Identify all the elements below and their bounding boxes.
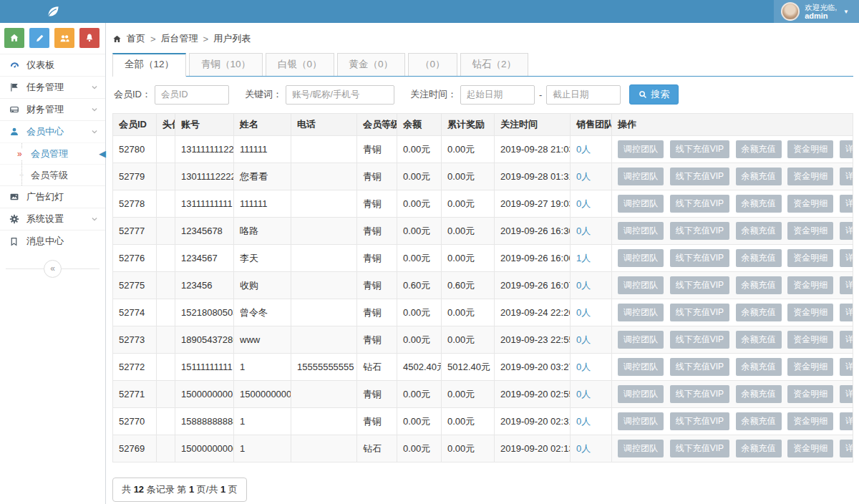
fund-details-button[interactable]: 资金明细 bbox=[787, 440, 833, 457]
fund-details-button[interactable]: 资金明细 bbox=[787, 358, 833, 376]
adjust-team-button[interactable]: 调控团队 bbox=[618, 358, 664, 376]
balance-recharge-button[interactable]: 余额充值 bbox=[736, 440, 782, 457]
quick-home-button[interactable] bbox=[4, 28, 24, 48]
adjust-team-button[interactable]: 调控团队 bbox=[618, 222, 664, 240]
sidebar-collapse-button[interactable]: « bbox=[44, 260, 62, 278]
sales-team-link[interactable]: 0人 bbox=[576, 144, 591, 155]
search-button[interactable]: 搜索 bbox=[629, 84, 679, 105]
sidebar-subitem-member-management[interactable]: » 会员管理 ◀ bbox=[0, 142, 105, 164]
tab-bronze[interactable]: 青铜（10） bbox=[189, 53, 263, 76]
adjust-team-button[interactable]: 调控团队 bbox=[618, 249, 664, 267]
offline-recharge-vip-button[interactable]: 线下充值VIP bbox=[670, 249, 729, 267]
balance-recharge-button[interactable]: 余额充值 bbox=[736, 222, 782, 240]
adjust-team-button[interactable]: 调控团队 bbox=[618, 276, 664, 294]
fund-details-button[interactable]: 资金明细 bbox=[787, 331, 833, 349]
balance-recharge-button[interactable]: 余额充值 bbox=[736, 140, 782, 158]
balance-recharge-button[interactable]: 余额充值 bbox=[736, 412, 782, 430]
fund-details-button[interactable]: 资金明细 bbox=[787, 385, 833, 403]
sales-team-link[interactable]: 1人 bbox=[576, 253, 591, 263]
member-id-input[interactable] bbox=[155, 85, 229, 105]
breadcrumb-backend[interactable]: 后台管理 bbox=[161, 32, 198, 45]
detail-info-button[interactable]: 详细信息 bbox=[840, 358, 853, 376]
tab-all[interactable]: 全部（12） bbox=[112, 53, 186, 77]
offline-recharge-vip-button[interactable]: 线下充值VIP bbox=[670, 195, 729, 213]
sidebar-item-dashboard[interactable]: 仪表板 bbox=[0, 54, 105, 76]
offline-recharge-vip-button[interactable]: 线下充值VIP bbox=[670, 140, 729, 158]
sales-team-link[interactable]: 0人 bbox=[576, 198, 591, 209]
offline-recharge-vip-button[interactable]: 线下充值VIP bbox=[670, 385, 729, 403]
adjust-team-button[interactable]: 调控团队 bbox=[618, 440, 664, 457]
sales-team-link[interactable]: 0人 bbox=[576, 171, 591, 182]
offline-recharge-vip-button[interactable]: 线下充值VIP bbox=[670, 358, 729, 376]
sidebar-item-ad-slides[interactable]: 广告幻灯 bbox=[0, 185, 105, 208]
detail-info-button[interactable]: 详细信息 bbox=[840, 276, 853, 294]
balance-recharge-button[interactable]: 余额充值 bbox=[736, 168, 782, 185]
adjust-team-button[interactable]: 调控团队 bbox=[618, 385, 664, 403]
fund-details-button[interactable]: 资金明细 bbox=[787, 412, 833, 430]
sales-team-link[interactable]: 0人 bbox=[576, 307, 591, 318]
adjust-team-button[interactable]: 调控团队 bbox=[618, 195, 664, 213]
sales-team-link[interactable]: 0人 bbox=[576, 226, 591, 236]
tab-unnamed[interactable]: （0） bbox=[408, 53, 457, 76]
sidebar-item-member-center[interactable]: 会员中心 bbox=[0, 120, 105, 142]
offline-recharge-vip-button[interactable]: 线下充值VIP bbox=[670, 412, 729, 430]
balance-recharge-button[interactable]: 余额充值 bbox=[736, 358, 782, 376]
sidebar-item-settings[interactable]: 系统设置 bbox=[0, 208, 105, 230]
detail-info-button[interactable]: 详细信息 bbox=[840, 440, 853, 457]
tab-silver[interactable]: 白银（0） bbox=[266, 53, 334, 76]
detail-info-button[interactable]: 详细信息 bbox=[840, 304, 853, 321]
balance-recharge-button[interactable]: 余额充值 bbox=[736, 195, 782, 213]
tab-gold[interactable]: 黄金（0） bbox=[337, 53, 406, 76]
offline-recharge-vip-button[interactable]: 线下充值VIP bbox=[670, 276, 729, 294]
sales-team-link[interactable]: 0人 bbox=[576, 280, 591, 291]
end-date-input[interactable] bbox=[546, 85, 621, 105]
tab-diamond[interactable]: 钻石（2） bbox=[460, 53, 529, 76]
offline-recharge-vip-button[interactable]: 线下充值VIP bbox=[670, 440, 729, 457]
balance-recharge-button[interactable]: 余额充值 bbox=[736, 385, 782, 403]
sales-team-link[interactable]: 0人 bbox=[576, 362, 591, 372]
fund-details-button[interactable]: 资金明细 bbox=[787, 249, 833, 267]
adjust-team-button[interactable]: 调控团队 bbox=[618, 168, 664, 185]
balance-recharge-button[interactable]: 余额充值 bbox=[736, 304, 782, 321]
sidebar-item-tasks[interactable]: 任务管理 bbox=[0, 76, 105, 98]
detail-info-button[interactable]: 详细信息 bbox=[840, 331, 853, 349]
app-logo[interactable] bbox=[0, 4, 106, 19]
quick-users-button[interactable] bbox=[54, 28, 74, 48]
fund-details-button[interactable]: 资金明细 bbox=[787, 195, 833, 213]
offline-recharge-vip-button[interactable]: 线下充值VIP bbox=[670, 222, 729, 240]
detail-info-button[interactable]: 详细信息 bbox=[840, 385, 853, 403]
user-menu[interactable]: 欢迎光临, admin ▼ bbox=[774, 0, 859, 23]
sales-team-link[interactable]: 0人 bbox=[576, 334, 591, 345]
quick-notifications-button[interactable] bbox=[79, 28, 100, 48]
fund-details-button[interactable]: 资金明细 bbox=[787, 304, 833, 321]
balance-recharge-button[interactable]: 余额充值 bbox=[736, 331, 782, 349]
breadcrumb-home[interactable]: 首页 bbox=[127, 32, 145, 45]
adjust-team-button[interactable]: 调控团队 bbox=[618, 140, 664, 158]
fund-details-button[interactable]: 资金明细 bbox=[787, 140, 833, 158]
detail-info-button[interactable]: 详细信息 bbox=[840, 412, 853, 430]
keyword-input[interactable] bbox=[286, 85, 394, 105]
balance-recharge-button[interactable]: 余额充值 bbox=[736, 249, 782, 267]
detail-info-button[interactable]: 详细信息 bbox=[840, 140, 853, 158]
detail-info-button[interactable]: 详细信息 bbox=[840, 168, 853, 185]
detail-info-button[interactable]: 详细信息 bbox=[840, 195, 853, 213]
sidebar-item-finance[interactable]: 财务管理 bbox=[0, 98, 105, 120]
offline-recharge-vip-button[interactable]: 线下充值VIP bbox=[670, 168, 729, 185]
detail-info-button[interactable]: 详细信息 bbox=[840, 222, 853, 240]
quick-edit-button[interactable] bbox=[29, 28, 49, 48]
fund-details-button[interactable]: 资金明细 bbox=[787, 276, 833, 294]
sidebar-subitem-member-level[interactable]: ┄ 会员等级 bbox=[0, 164, 105, 185]
start-date-input[interactable] bbox=[460, 85, 535, 105]
sales-team-link[interactable]: 0人 bbox=[576, 389, 591, 399]
adjust-team-button[interactable]: 调控团队 bbox=[618, 412, 664, 430]
sidebar-item-message-center[interactable]: 消息中心 bbox=[0, 230, 105, 252]
adjust-team-button[interactable]: 调控团队 bbox=[618, 331, 664, 349]
detail-info-button[interactable]: 详细信息 bbox=[840, 249, 853, 267]
balance-recharge-button[interactable]: 余额充值 bbox=[736, 276, 782, 294]
offline-recharge-vip-button[interactable]: 线下充值VIP bbox=[670, 331, 729, 349]
offline-recharge-vip-button[interactable]: 线下充值VIP bbox=[670, 304, 729, 321]
sales-team-link[interactable]: 0人 bbox=[576, 443, 591, 454]
adjust-team-button[interactable]: 调控团队 bbox=[618, 304, 664, 321]
fund-details-button[interactable]: 资金明细 bbox=[787, 168, 833, 185]
fund-details-button[interactable]: 资金明细 bbox=[787, 222, 833, 240]
